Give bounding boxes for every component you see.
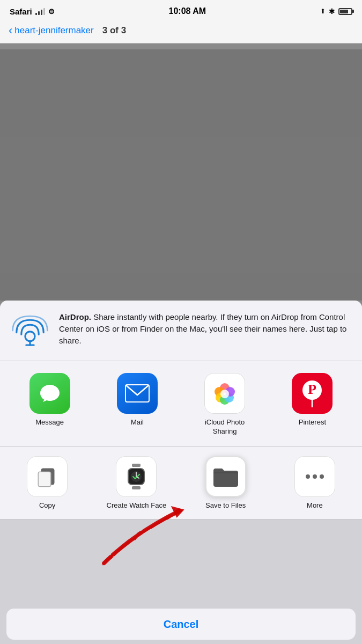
icloud-app-label: iCloud Photo Sharing — [193, 418, 257, 436]
nav-back-label: heart-jennifermaker — [14, 25, 93, 36]
svg-rect-17 — [39, 472, 50, 486]
app-icloud[interactable]: iCloud Photo Sharing — [193, 373, 257, 436]
action-create-watch-face[interactable]: Create Watch Face — [104, 456, 168, 510]
apps-row: Message Mail — [0, 373, 362, 436]
app-mail[interactable]: Mail — [105, 373, 169, 436]
save-to-files-label: Save to Files — [205, 501, 246, 510]
apps-section: Message Mail — [0, 361, 362, 447]
icloud-app-icon — [204, 373, 245, 414]
copy-icon-box — [27, 456, 68, 497]
wifi-icon: ⊜ — [48, 7, 55, 16]
status-left: Safari ⊜ — [10, 7, 55, 16]
svg-point-11 — [220, 390, 229, 398]
sheet-spacer — [0, 519, 362, 604]
bluetooth-icon: ✱ — [329, 7, 335, 16]
airdrop-description: AirDrop. Share instantly with people nea… — [59, 311, 351, 346]
actions-section: Copy — [0, 447, 362, 519]
status-time: 10:08 AM — [169, 6, 206, 16]
svg-text:P: P — [308, 382, 316, 397]
share-sheet-container: AirDrop. Share instantly with people nea… — [0, 301, 362, 644]
more-label: More — [307, 501, 323, 510]
airdrop-body: Share instantly with people nearby. If t… — [59, 312, 346, 345]
cancel-button[interactable]: Cancel — [6, 609, 356, 640]
action-copy[interactable]: Copy — [15, 456, 79, 510]
svg-point-0 — [25, 332, 35, 341]
status-bar: Safari ⊜ 10:08 AM ⬆ ✱ — [0, 0, 362, 21]
dim-overlay — [0, 49, 362, 301]
status-right: ⬆ ✱ — [320, 7, 352, 16]
airdrop-title: AirDrop. — [59, 312, 91, 321]
message-app-label: Message — [35, 418, 64, 427]
save-to-files-icon-box — [205, 456, 246, 497]
svg-rect-18 — [132, 464, 141, 467]
action-save-to-files[interactable]: Save to Files — [194, 456, 258, 510]
watch-icon-box — [116, 456, 157, 497]
pinterest-app-label: Pinterest — [299, 418, 326, 427]
back-chevron-icon: ‹ — [9, 24, 12, 38]
airdrop-section: AirDrop. Share instantly with people nea… — [0, 301, 362, 361]
app-message[interactable]: Message — [18, 373, 82, 436]
action-more[interactable]: More — [283, 456, 347, 510]
actions-row: Copy — [0, 456, 362, 510]
more-icon-box — [294, 456, 335, 497]
carrier-label: Safari — [10, 7, 32, 16]
location-icon: ⬆ — [320, 8, 326, 15]
app-pinterest[interactable]: P Pinterest — [280, 373, 344, 436]
pinterest-app-icon: P — [292, 373, 333, 414]
message-app-icon — [29, 373, 70, 414]
nav-page-count: 3 of 3 — [102, 25, 126, 36]
nav-bar: ‹ heart-jennifermaker 3 of 3 — [0, 21, 362, 43]
cancel-label: Cancel — [164, 618, 199, 631]
create-watch-face-label: Create Watch Face — [107, 501, 167, 510]
battery-icon — [338, 8, 352, 15]
airdrop-icon — [11, 311, 49, 350]
mail-app-icon — [117, 373, 158, 414]
back-button[interactable]: ‹ heart-jennifermaker — [9, 24, 94, 38]
signal-bars — [35, 8, 45, 15]
mail-app-label: Mail — [131, 418, 144, 427]
svg-rect-19 — [132, 486, 141, 489]
share-sheet: AirDrop. Share instantly with people nea… — [0, 301, 362, 644]
copy-label: Copy — [39, 501, 55, 510]
